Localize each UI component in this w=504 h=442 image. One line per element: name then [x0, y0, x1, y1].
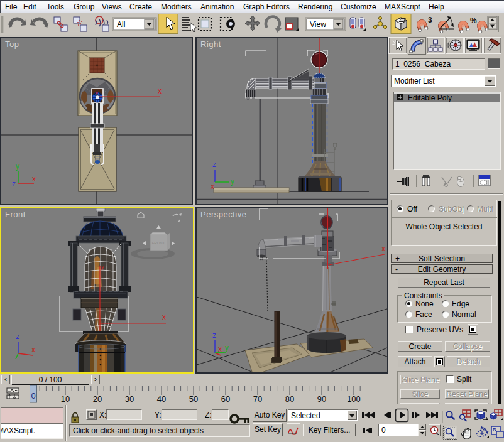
svg-text:y: y	[231, 177, 234, 186]
svg-text:3: 3	[428, 16, 432, 24]
svg-text:x: x	[381, 244, 385, 253]
svg-text:x: x	[218, 345, 222, 353]
svg-text:60: 60	[221, 394, 230, 404]
svg-text:10: 10	[61, 394, 70, 404]
svg-text:z: z	[16, 332, 19, 341]
svg-text:y: y	[16, 162, 19, 171]
svg-text:90: 90	[317, 394, 326, 404]
svg-text:80: 80	[285, 394, 294, 404]
svg-text:x: x	[211, 182, 214, 191]
svg-text:All: All	[117, 20, 125, 29]
svg-text:x: x	[31, 345, 35, 354]
svg-text:x: x	[158, 87, 162, 95]
svg-text:z: z	[212, 331, 216, 340]
svg-text:40: 40	[157, 394, 166, 404]
svg-text:70: 70	[253, 394, 262, 404]
svg-text:y: y	[101, 264, 104, 270]
svg-text:y: y	[225, 343, 229, 352]
svg-text:0: 0	[31, 391, 35, 401]
svg-text:z: z	[12, 180, 16, 188]
svg-text:100: 100	[347, 394, 361, 404]
svg-text:20: 20	[93, 394, 102, 404]
svg-text:y: y	[96, 90, 98, 95]
svg-text:50: 50	[189, 394, 198, 404]
svg-text:z: z	[212, 160, 216, 169]
svg-text:%: %	[470, 16, 477, 25]
svg-text:View: View	[310, 20, 326, 29]
svg-text:30: 30	[125, 394, 134, 404]
svg-text:FRONT: FRONT	[152, 241, 165, 245]
svg-text:x: x	[162, 313, 166, 321]
svg-text:x: x	[32, 175, 36, 183]
